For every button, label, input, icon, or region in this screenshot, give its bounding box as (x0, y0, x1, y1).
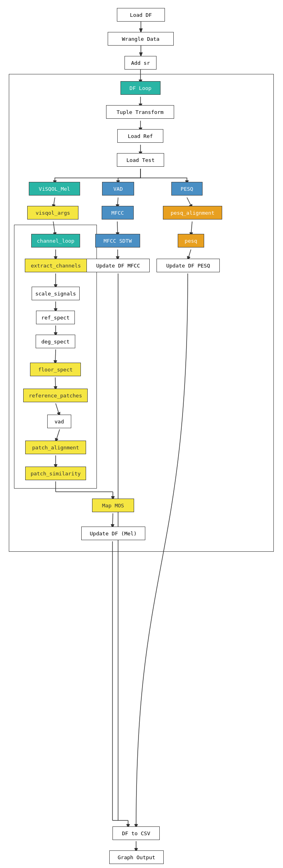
channel-loop-node: channel_loop (31, 234, 80, 247)
deg-spect-node: deg_spect (36, 335, 75, 348)
reference-patches-node: reference_patches (23, 389, 88, 402)
load-test-node: Load Test (117, 153, 164, 167)
load-df-node: Load DF (117, 8, 165, 22)
ref-spect-node: ref_spect (36, 311, 75, 324)
tuple-transform-node: Tuple Transform (106, 105, 174, 119)
visqol-mel-node: ViSQOL_Mel (29, 182, 80, 196)
mfcc-sdtw-node: MFCC SDTW (95, 234, 140, 247)
visqol-args-node: visqol_args (27, 206, 78, 219)
pesq-alignment-node: pesq_alignment (163, 206, 222, 219)
floor-spect-node: floor_spect (30, 363, 81, 376)
pesq-orange-node: pesq (178, 234, 204, 247)
map-mos-node: Map MOS (92, 499, 134, 512)
df-loop-node: DF Loop (120, 81, 161, 95)
graph-output-node: Graph Output (109, 850, 164, 864)
vad-inner-node: vad (47, 415, 71, 428)
scale-signals-node: scale_signals (32, 287, 80, 300)
vad-node: VAD (102, 182, 134, 196)
patch-similarity-node: patch_similarity (25, 467, 86, 480)
update-df-pesq-node: Update DF PESQ (157, 259, 220, 272)
diagram: Load DF Wrangle Data Add sr DF Loop Tupl… (4, 4, 279, 868)
add-sr-node: Add sr (124, 56, 157, 70)
mfcc-node: MFCC (102, 206, 134, 219)
df-to-csv-node: DF to CSV (112, 826, 160, 840)
load-ref-node: Load Ref (117, 129, 163, 143)
wrangle-data-node: Wrangle Data (108, 32, 174, 46)
update-df-mel-node: Update DF (Mel) (81, 527, 145, 540)
extract-channels-node: extract_channels (25, 259, 87, 272)
patch-alignment-node: patch_alignment (25, 441, 86, 454)
update-df-mfcc-node: Update DF MFCC (86, 259, 150, 272)
pesq-node: PESQ (171, 182, 203, 196)
